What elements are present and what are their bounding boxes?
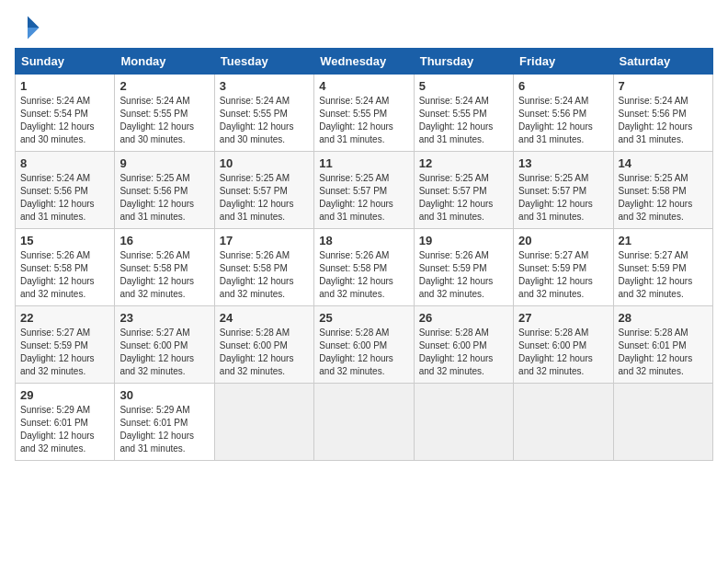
day-info: Sunrise: 5:24 AMSunset: 5:55 PMDaylight:… — [220, 96, 294, 144]
day-number: 29 — [20, 388, 109, 402]
day-info: Sunrise: 5:28 AMSunset: 6:00 PMDaylight:… — [419, 327, 494, 376]
day-info: Sunrise: 5:25 AMSunset: 5:58 PMDaylight:… — [619, 173, 693, 222]
calendar-cell: 1 Sunrise: 5:24 AMSunset: 5:54 PMDayligh… — [16, 75, 115, 152]
calendar-cell: 26 Sunrise: 5:28 AMSunset: 6:00 PMDaylig… — [414, 306, 513, 384]
day-number: 8 — [20, 156, 109, 170]
calendar-cell: 15 Sunrise: 5:26 AMSunset: 5:58 PMDaylig… — [16, 229, 115, 306]
col-header-monday: Monday — [115, 49, 214, 75]
calendar-cell — [314, 384, 414, 461]
day-info: Sunrise: 5:26 AMSunset: 5:58 PMDaylight:… — [119, 250, 194, 299]
day-info: Sunrise: 5:24 AMSunset: 5:55 PMDaylight:… — [319, 96, 393, 144]
calendar-cell — [414, 384, 513, 461]
calendar-cell: 19 Sunrise: 5:26 AMSunset: 5:59 PMDaylig… — [414, 229, 513, 306]
calendar-cell: 6 Sunrise: 5:24 AMSunset: 5:56 PMDayligh… — [514, 75, 613, 152]
calendar-cell: 17 Sunrise: 5:26 AMSunset: 5:58 PMDaylig… — [214, 229, 313, 306]
day-info: Sunrise: 5:26 AMSunset: 5:59 PMDaylight:… — [419, 250, 494, 299]
calendar-cell: 5 Sunrise: 5:24 AMSunset: 5:55 PMDayligh… — [414, 75, 513, 152]
day-info: Sunrise: 5:27 AMSunset: 5:59 PMDaylight:… — [20, 327, 95, 376]
calendar-cell: 9 Sunrise: 5:25 AMSunset: 5:56 PMDayligh… — [115, 152, 214, 229]
day-info: Sunrise: 5:24 AMSunset: 5:55 PMDaylight:… — [419, 96, 494, 144]
day-number: 2 — [119, 79, 209, 93]
day-number: 6 — [518, 79, 608, 93]
day-info: Sunrise: 5:27 AMSunset: 5:59 PMDaylight:… — [518, 250, 593, 299]
day-info: Sunrise: 5:24 AMSunset: 5:55 PMDaylight:… — [119, 96, 194, 144]
day-info: Sunrise: 5:24 AMSunset: 5:56 PMDaylight:… — [518, 96, 593, 144]
col-header-tuesday: Tuesday — [214, 49, 313, 75]
calendar-cell: 22 Sunrise: 5:27 AMSunset: 5:59 PMDaylig… — [16, 306, 115, 384]
svg-marker-1 — [28, 28, 40, 40]
day-number: 11 — [319, 156, 408, 170]
day-info: Sunrise: 5:24 AMSunset: 5:56 PMDaylight:… — [20, 173, 95, 222]
day-info: Sunrise: 5:27 AMSunset: 6:00 PMDaylight:… — [119, 327, 194, 376]
calendar-cell: 11 Sunrise: 5:25 AMSunset: 5:57 PMDaylig… — [314, 152, 414, 229]
logo-icon — [15, 15, 40, 40]
day-info: Sunrise: 5:28 AMSunset: 6:01 PMDaylight:… — [619, 327, 693, 376]
day-number: 23 — [119, 311, 209, 325]
day-info: Sunrise: 5:25 AMSunset: 5:56 PMDaylight:… — [119, 173, 194, 222]
day-number: 1 — [20, 79, 109, 93]
day-number: 19 — [419, 234, 508, 247]
calendar-cell — [514, 384, 613, 461]
calendar-cell: 3 Sunrise: 5:24 AMSunset: 5:55 PMDayligh… — [214, 75, 313, 152]
calendar-cell: 29 Sunrise: 5:29 AMSunset: 6:01 PMDaylig… — [16, 384, 115, 461]
calendar-cell: 8 Sunrise: 5:24 AMSunset: 5:56 PMDayligh… — [16, 152, 115, 229]
day-number: 25 — [319, 311, 408, 325]
col-header-saturday: Saturday — [613, 49, 712, 75]
calendar-cell: 13 Sunrise: 5:25 AMSunset: 5:57 PMDaylig… — [514, 152, 613, 229]
day-info: Sunrise: 5:26 AMSunset: 5:58 PMDaylight:… — [20, 250, 95, 299]
day-number: 27 — [518, 311, 608, 325]
day-info: Sunrise: 5:27 AMSunset: 5:59 PMDaylight:… — [619, 250, 693, 299]
day-info: Sunrise: 5:25 AMSunset: 5:57 PMDaylight:… — [220, 173, 294, 222]
day-number: 3 — [220, 79, 309, 93]
calendar-cell: 18 Sunrise: 5:26 AMSunset: 5:58 PMDaylig… — [314, 229, 414, 306]
calendar-cell: 27 Sunrise: 5:28 AMSunset: 6:00 PMDaylig… — [514, 306, 613, 384]
day-number: 13 — [518, 156, 608, 170]
day-number: 21 — [619, 234, 708, 247]
day-info: Sunrise: 5:29 AMSunset: 6:01 PMDaylight:… — [20, 405, 95, 454]
calendar-cell: 23 Sunrise: 5:27 AMSunset: 6:00 PMDaylig… — [115, 306, 214, 384]
day-info: Sunrise: 5:29 AMSunset: 6:01 PMDaylight:… — [119, 405, 194, 454]
col-header-thursday: Thursday — [414, 49, 513, 75]
day-info: Sunrise: 5:28 AMSunset: 6:00 PMDaylight:… — [220, 327, 294, 376]
header — [15, 15, 713, 40]
calendar-cell: 7 Sunrise: 5:24 AMSunset: 5:56 PMDayligh… — [613, 75, 712, 152]
day-number: 17 — [220, 234, 309, 247]
col-header-sunday: Sunday — [16, 49, 115, 75]
day-number: 9 — [119, 156, 209, 170]
calendar-cell — [214, 384, 313, 461]
day-info: Sunrise: 5:28 AMSunset: 6:00 PMDaylight:… — [518, 327, 593, 376]
day-number: 7 — [619, 79, 708, 93]
day-number: 4 — [319, 79, 408, 93]
day-number: 16 — [119, 234, 209, 247]
calendar-cell: 14 Sunrise: 5:25 AMSunset: 5:58 PMDaylig… — [613, 152, 712, 229]
day-info: Sunrise: 5:26 AMSunset: 5:58 PMDaylight:… — [319, 250, 393, 299]
calendar-cell: 20 Sunrise: 5:27 AMSunset: 5:59 PMDaylig… — [514, 229, 613, 306]
day-number: 10 — [220, 156, 309, 170]
calendar-cell: 21 Sunrise: 5:27 AMSunset: 5:59 PMDaylig… — [613, 229, 712, 306]
day-number: 12 — [419, 156, 508, 170]
calendar: SundayMondayTuesdayWednesdayThursdayFrid… — [15, 48, 713, 461]
calendar-cell: 28 Sunrise: 5:28 AMSunset: 6:01 PMDaylig… — [613, 306, 712, 384]
day-number: 15 — [20, 234, 109, 247]
day-info: Sunrise: 5:26 AMSunset: 5:58 PMDaylight:… — [220, 250, 294, 299]
day-number: 22 — [20, 311, 109, 325]
calendar-cell: 30 Sunrise: 5:29 AMSunset: 6:01 PMDaylig… — [115, 384, 214, 461]
day-info: Sunrise: 5:24 AMSunset: 5:54 PMDaylight:… — [20, 96, 95, 144]
day-number: 18 — [319, 234, 408, 247]
day-number: 20 — [518, 234, 608, 247]
col-header-wednesday: Wednesday — [314, 49, 414, 75]
calendar-cell: 16 Sunrise: 5:26 AMSunset: 5:58 PMDaylig… — [115, 229, 214, 306]
day-number: 28 — [619, 311, 708, 325]
day-number: 30 — [119, 388, 209, 402]
calendar-cell: 4 Sunrise: 5:24 AMSunset: 5:55 PMDayligh… — [314, 75, 414, 152]
svg-marker-0 — [28, 16, 40, 28]
day-info: Sunrise: 5:28 AMSunset: 6:00 PMDaylight:… — [319, 327, 393, 376]
day-info: Sunrise: 5:25 AMSunset: 5:57 PMDaylight:… — [518, 173, 593, 222]
day-info: Sunrise: 5:24 AMSunset: 5:56 PMDaylight:… — [619, 96, 693, 144]
logo — [15, 15, 44, 40]
calendar-cell: 2 Sunrise: 5:24 AMSunset: 5:55 PMDayligh… — [115, 75, 214, 152]
calendar-cell: 25 Sunrise: 5:28 AMSunset: 6:00 PMDaylig… — [314, 306, 414, 384]
calendar-cell: 12 Sunrise: 5:25 AMSunset: 5:57 PMDaylig… — [414, 152, 513, 229]
day-number: 14 — [619, 156, 708, 170]
day-info: Sunrise: 5:25 AMSunset: 5:57 PMDaylight:… — [419, 173, 494, 222]
